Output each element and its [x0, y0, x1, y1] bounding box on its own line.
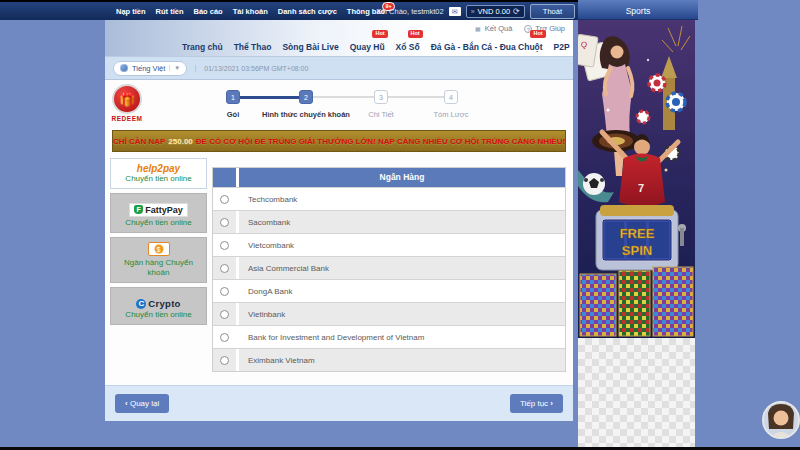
radio-column-header	[213, 168, 239, 187]
shield-icon: F	[134, 205, 143, 214]
primary-tab-bar: ▦ Kết Quả ? Trợ Giúp Trang chủ Thể Thao	[105, 20, 573, 56]
bank-row[interactable]: Techcombank	[213, 187, 565, 210]
nav-tab[interactable]: Trang chủ	[181, 38, 224, 56]
payment-method-fattypay[interactable]: F FattyPay Chuyển tiền online	[110, 193, 207, 233]
account-menu-label: Danh sách cược	[278, 7, 337, 16]
account-menu: Nạp tiền Rút tiền Báo cáo Tài khoản Danh…	[116, 2, 385, 20]
bank-row[interactable]: Bank for Investment and Development of V…	[213, 325, 565, 348]
bank-radio[interactable]	[220, 218, 229, 227]
account-menu-item[interactable]: Báo cáo	[194, 7, 223, 16]
results-link[interactable]: ▦ Kết Quả	[474, 24, 513, 33]
bank-name: Asia Commercial Bank	[239, 257, 565, 279]
balance-value: VND 0.00	[478, 7, 511, 16]
avatar-photo	[764, 403, 798, 437]
payment-method-label: Ngân hàng Chuyển khoản	[113, 258, 204, 278]
chevron-right-icon: ›	[550, 399, 553, 408]
mail-icon[interactable]: ✉	[449, 7, 461, 16]
sports-promo-illustration: A Q 7	[578, 20, 695, 338]
nav-tab[interactable]: P2P	[553, 38, 571, 56]
nav-tab-label: Thể Thao	[234, 42, 272, 52]
account-menu-item[interactable]: Tài khoản	[233, 7, 268, 16]
continue-button[interactable]: Tiếp tục ›	[510, 394, 563, 413]
nav-tabs: Trang chủ Thể Thao Sòng Bài Live Hot Qua…	[181, 36, 646, 56]
main-content-panel: ▦ Kết Quả ? Trợ Giúp Trang chủ Thể Thao	[105, 20, 573, 421]
bank-row[interactable]: Vietcombank	[213, 233, 565, 256]
stepper: 1 2 3 4 Gói Hình thức chuyển khoản Chi T…	[105, 88, 573, 128]
banknote-icon	[148, 242, 170, 256]
step-connector-1	[240, 96, 299, 99]
bank-name: Eximbank Vietnam	[239, 349, 565, 371]
toolbar: Tiếng Việt ▼ 01/13/2021 03:56PM GMT+08:0…	[105, 56, 573, 80]
chevron-down-icon: ▼	[169, 65, 180, 71]
bank-radio[interactable]	[220, 241, 229, 250]
payment-method-label: Chuyển tiền online	[113, 310, 204, 320]
nav-tab[interactable]: Hot Xổ Số	[395, 38, 421, 56]
bank-row[interactable]: Vietinbank	[213, 302, 565, 325]
svg-text:7: 7	[638, 182, 644, 194]
payment-method-crypto[interactable]: C Crypto Chuyển tiền online	[110, 287, 207, 326]
balance-display: » VND 0.00 ⟳	[466, 5, 525, 18]
language-label: Tiếng Việt	[132, 64, 165, 73]
language-select[interactable]: Tiếng Việt ▼	[113, 61, 187, 76]
top-navigation-bar: Nạp tiền Rút tiền Báo cáo Tài khoản Danh…	[0, 2, 578, 20]
payment-method-label: Chuyển tiền online	[113, 174, 204, 184]
sports-panel-header: Sports	[578, 0, 698, 20]
bank-table: Ngân Hàng Techcombank	[212, 167, 566, 372]
bank-row[interactable]: Sacombank	[213, 210, 565, 233]
account-menu-item[interactable]: Danh sách cược	[278, 7, 337, 16]
bank-row[interactable]: Eximbank Vietnam	[213, 348, 565, 371]
step-1-box: 1	[226, 90, 240, 104]
banner-text-prefix: CHỈ CẦN NẠP	[113, 137, 165, 146]
logout-button[interactable]: Thoát	[530, 4, 575, 19]
hot-badge: Hot	[530, 30, 545, 38]
nav-tab[interactable]: Sòng Bài Live	[281, 38, 339, 56]
payment-method-help2pay[interactable]: help2pay Chuyển tiền online	[110, 158, 207, 189]
nav-tab-label: Trang chủ	[182, 42, 223, 52]
bank-radio[interactable]	[220, 310, 229, 319]
bank-column-header: Ngân Hàng	[239, 168, 565, 187]
bank-radio[interactable]	[220, 195, 229, 204]
nav-tab-label: Xổ Số	[396, 42, 420, 52]
user-session-area: Xin Chào, testmkt02 ✉ » VND 0.00 ⟳ Thoát	[376, 2, 575, 20]
crypto-logo: C Crypto	[136, 298, 180, 309]
globe-icon	[120, 64, 128, 72]
promotion-banner: CHỈ CẦN NẠP 250.00 ĐỂ CÓ CƠ HỘI ĐỂ TRÚNG…	[112, 130, 566, 152]
nav-tab[interactable]: Hot Quay Hũ	[349, 38, 386, 56]
payment-method-menu: help2pay Chuyển tiền online F FattyPay C…	[110, 158, 207, 329]
bank-table-header: Ngân Hàng	[213, 168, 565, 187]
bank-name: DongA Bank	[239, 280, 565, 302]
refresh-icon[interactable]: ⟳	[513, 7, 520, 16]
account-menu-item[interactable]: Rút tiền	[156, 7, 184, 16]
bank-radio[interactable]	[220, 356, 229, 365]
account-menu-item[interactable]: Nạp tiền	[116, 7, 146, 16]
bank-radio[interactable]	[220, 287, 229, 296]
step-3-label: Chi Tiết	[351, 110, 411, 119]
banner-amount: 250.00	[168, 137, 192, 146]
nav-tab[interactable]: Thể Thao	[233, 38, 273, 56]
empty-widget-area	[578, 338, 695, 447]
nav-tab[interactable]: Hot Đá Gà - Bắn Cá - Đua Chuột	[430, 38, 544, 56]
live-chat-avatar[interactable]	[762, 401, 800, 439]
account-menu-label: Rút tiền	[156, 7, 184, 16]
step-connector-3	[388, 96, 444, 98]
step-3-box: 3	[374, 90, 388, 104]
back-button[interactable]: ‹ Quay lại	[115, 394, 169, 413]
slot-text-line1: FREE	[620, 226, 655, 241]
collapse-chevron-icon[interactable]: »	[471, 8, 475, 15]
nav-tab-label: P2P	[554, 42, 570, 52]
step-4-label: Tóm Lược	[421, 110, 481, 119]
nav-tab-label: Quay Hũ	[350, 42, 385, 52]
sports-promo-banner[interactable]: A Q 7	[578, 20, 695, 338]
step-2-label: Hình thức chuyển khoản	[251, 110, 361, 119]
bank-row[interactable]: Asia Commercial Bank	[213, 256, 565, 279]
results-link-label: Kết Quả	[485, 24, 513, 33]
bank-radio[interactable]	[220, 264, 229, 273]
crypto-icon: C	[136, 299, 146, 309]
slot-text-line2: SPIN	[622, 243, 652, 258]
step-connector-2	[313, 96, 374, 98]
hot-badge: Hot	[408, 30, 423, 38]
payment-method-bank-transfer[interactable]: Ngân hàng Chuyển khoản	[110, 237, 207, 283]
step-2-box: 2	[299, 90, 313, 104]
bank-radio[interactable]	[220, 333, 229, 342]
bank-row[interactable]: DongA Bank	[213, 279, 565, 302]
